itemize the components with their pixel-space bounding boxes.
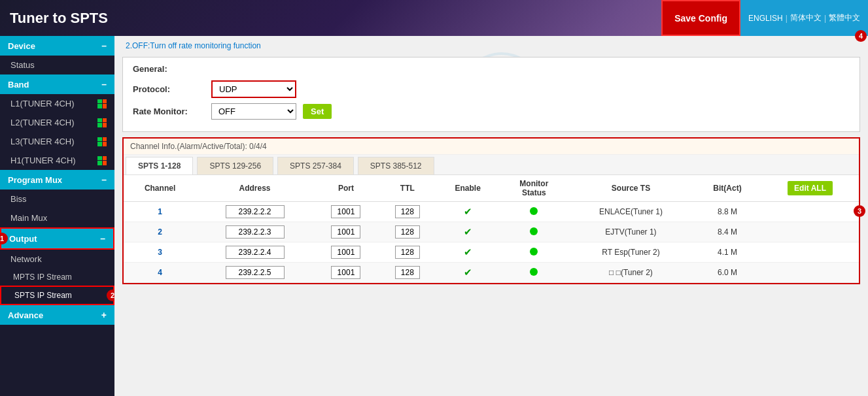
annotation-badge-3: 3 [854,205,865,217]
sidebar-item-status[interactable]: Status [0,56,114,74]
cell-ttl [379,263,436,283]
save-config-button[interactable]: Save Config [661,0,740,36]
device-collapse-icon: – [101,41,107,51]
sidebar-item-band[interactable]: Band – [0,74,114,94]
sidebar-item-output[interactable]: Output – 1 [0,227,114,250]
col-channel: Channel [124,175,196,202]
l2-grid-icon [97,118,107,127]
lang-simplified-chinese[interactable]: 简体中文 [790,12,822,24]
header-right: Save Config ENGLISH | 简体中文 | 繁體中文 4 [661,0,868,36]
port-input[interactable] [331,266,360,279]
ttl-input[interactable] [395,225,420,239]
protocol-row: Protocol: UDP RTP [133,80,850,98]
tab-spts-1-128[interactable]: SPTS 1-128 [126,157,193,174]
col-address: Address [196,175,313,202]
table-row: 3 ✔ RT Esp(Tuner 2) 4.1 M [124,242,859,263]
content-inner: 2.OFF:Turn off rate monitoring function … [122,41,860,284]
sidebar-item-biss[interactable]: Biss [0,190,114,208]
cell-bit-act: 4.1 M [693,242,761,263]
cell-ttl [379,202,436,222]
general-section: General: Protocol: UDP RTP Rate Monitor:… [122,57,860,132]
cell-bit-act: 8.4 M [693,222,761,242]
cell-source-ts: RT Esp(Tuner 2) [568,242,693,263]
enable-checkmark: ✔ [464,206,472,217]
tab-spts-257-384[interactable]: SPTS 257-384 [277,157,354,174]
ttl-input[interactable] [395,246,420,259]
band-collapse-icon: – [101,79,107,90]
col-source-ts: Source TS [568,175,693,202]
cell-ttl [379,242,436,263]
tabs-row: SPTS 1-128 SPTS 129-256 SPTS 257-384 SPT… [124,155,859,175]
sidebar-item-h1[interactable]: H1(TUNER 4CH) [0,151,114,170]
sidebar-item-l3[interactable]: L3(TUNER 4CH) [0,132,114,151]
sidebar-item-main-mux[interactable]: Main Mux [0,208,114,227]
ttl-input[interactable] [395,266,420,279]
port-input[interactable] [331,225,360,239]
protocol-select[interactable]: UDP RTP [211,80,296,98]
sidebar-item-mpts-ip-stream[interactable]: MPTS IP Stream [0,269,114,286]
cell-enable: ✔ [436,263,500,283]
cell-port [313,202,379,222]
body-layout: Device – Status Band – L1(TUNER 4CH) L2(… [0,36,868,396]
language-bar: ENGLISH | 简体中文 | 繁體中文 [740,0,868,36]
cell-monitor-status [500,222,568,242]
tab-spts-129-256[interactable]: SPTS 129-256 [197,157,273,174]
cell-address [196,263,313,283]
sidebar-item-device[interactable]: Device – [0,36,114,56]
info-text: 2.OFF:Turn off rate monitoring function [122,41,860,50]
sidebar-item-l1[interactable]: L1(TUNER 4CH) [0,94,114,113]
rate-monitor-row: Rate Monitor: OFF ON Set [133,103,850,120]
port-input[interactable] [331,246,360,259]
lang-english[interactable]: ENGLISH [748,14,783,23]
enable-checkmark: ✔ [464,267,472,278]
enable-checkmark: ✔ [464,226,472,237]
sidebar-item-spts-ip-stream[interactable]: SPTS IP Stream 2 [0,286,114,305]
channel-info-header: Channel Info.(Alarm/Active/Total): 0/4/4 [124,139,859,155]
cell-monitor-status [500,263,568,283]
sidebar-item-program-mux[interactable]: Program Mux – [0,170,114,190]
col-edit-all: Edit ALL [761,175,859,202]
cell-actions [761,202,859,222]
cell-enable: ✔ [436,222,500,242]
address-input[interactable] [226,246,285,259]
l3-grid-icon [97,137,107,146]
address-input[interactable] [226,266,285,279]
cell-source-ts: □ □(Tuner 2) [568,263,693,283]
tab-spts-385-512[interactable]: SPTS 385-512 [358,157,434,174]
header: Tuner to SPTS Save Config ENGLISH | 简体中文… [0,0,868,36]
table-row: 1 ✔ ENLACE(Tuner 1) 8.8 M [124,202,859,222]
lang-traditional-chinese[interactable]: 繁體中文 [829,12,860,24]
program-mux-collapse-icon: – [101,174,107,185]
cell-channel: 4 [124,263,196,283]
cell-address [196,222,313,242]
set-button[interactable]: Set [303,104,332,119]
cell-address [196,202,313,222]
annotation-badge-2: 2 [107,289,114,301]
col-enable: Enable [436,175,500,202]
h1-grid-icon [97,156,107,165]
cell-actions [761,222,859,242]
ttl-input[interactable] [395,205,420,218]
channel-section: 3 Channel Info.(Alarm/Active/Total): 0/4… [122,137,860,284]
address-input[interactable] [226,205,285,218]
edit-all-button[interactable]: Edit ALL [788,181,833,195]
main-content: ForoiSP 2.OFF:Turn off rate monitoring f… [114,36,868,396]
cell-channel: 2 [124,222,196,242]
cell-monitor-status [500,242,568,263]
sidebar-item-l2[interactable]: L2(TUNER 4CH) [0,113,114,132]
cell-source-ts: EJTV(Tuner 1) [568,222,693,242]
rate-monitor-select[interactable]: OFF ON [211,103,296,120]
channel-table: Channel Address Port TTL Enable MonitorS… [124,175,859,283]
port-input[interactable] [331,205,360,218]
protocol-label: Protocol: [133,84,205,94]
col-bit-act: Bit(Act) [693,175,761,202]
cell-source-ts: ENLACE(Tuner 1) [568,202,693,222]
sidebar-item-network[interactable]: Network [0,250,114,269]
col-ttl: TTL [379,175,436,202]
cell-enable: ✔ [436,242,500,263]
annotation-badge-4: 4 [855,30,867,42]
output-collapse-icon: – [100,233,105,244]
cell-channel: 1 [124,202,196,222]
address-input[interactable] [226,225,285,239]
sidebar-item-advance[interactable]: Advance + [0,305,114,325]
